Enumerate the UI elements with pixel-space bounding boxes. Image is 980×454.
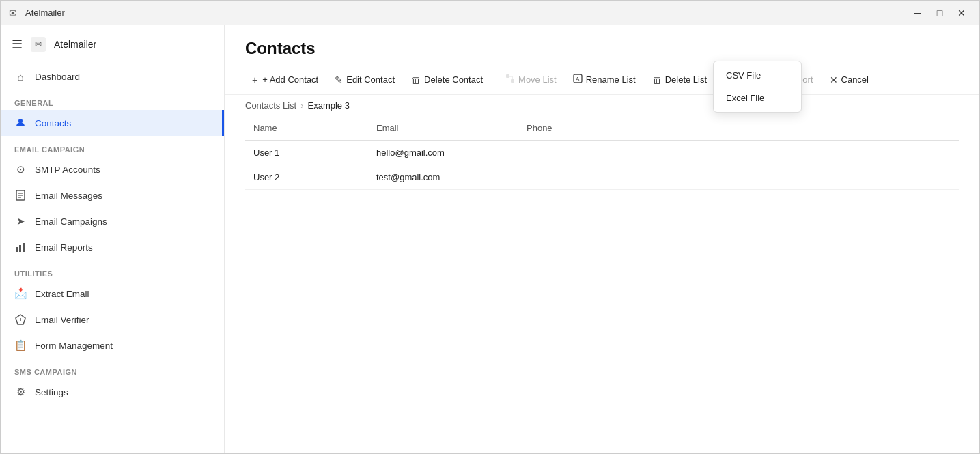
maximize-button[interactable]: □: [930, 3, 949, 23]
main-header: Contacts: [225, 25, 979, 65]
delete-list-icon: 🗑: [652, 74, 662, 85]
cell-name-1: User 2: [245, 165, 368, 190]
sidebar-item-settings[interactable]: ⚙ Settings: [1, 379, 224, 405]
sidebar-item-smtp-accounts[interactable]: ⊙ SMTP Accounts: [1, 156, 224, 182]
sidebar: ☰ ✉ Atelmailer ⌂ Dashboard General Conta…: [1, 25, 225, 453]
svg-text:A: A: [576, 76, 580, 82]
sidebar-menu-button[interactable]: ☰: [12, 37, 23, 52]
contacts-table-container: Name Email Phone User 1 hello@gmail.com …: [225, 116, 979, 453]
cancel-label: Cancel: [841, 74, 869, 85]
page-title: Contacts: [245, 39, 959, 58]
section-label-sms-campaign: SMS Campaign: [1, 358, 224, 379]
import-excel-item[interactable]: Excel File: [714, 87, 801, 109]
sidebar-item-contacts[interactable]: Contacts: [1, 110, 224, 136]
sidebar-item-extract-email[interactable]: 📩 Extract Email: [1, 281, 224, 307]
breadcrumb-current: Example 3: [308, 100, 350, 111]
close-button[interactable]: ✕: [952, 3, 971, 23]
cell-extra-1: [600, 165, 959, 190]
svg-rect-7: [23, 243, 25, 252]
extract-icon: 📩: [14, 287, 27, 300]
cell-name-0: User 1: [245, 141, 368, 165]
toolbar-sep-1: [494, 73, 494, 87]
sidebar-label-email-messages: Email Messages: [35, 190, 102, 201]
move-list-icon: [505, 74, 515, 85]
sidebar-label-verifier: Email Verifier: [35, 315, 89, 325]
sidebar-label-contacts: Contacts: [35, 118, 71, 128]
sidebar-label-email-campaigns: Email Campaigns: [35, 216, 107, 227]
sidebar-item-email-campaigns[interactable]: ➤ Email Campaigns: [1, 208, 224, 234]
main-content: Contacts + + Add Contact ✎ Edit Contact …: [225, 25, 979, 453]
add-icon: +: [252, 74, 257, 85]
cancel-button[interactable]: ✕ Cancel: [823, 71, 876, 89]
toolbar: + + Add Contact ✎ Edit Contact 🗑 Delete …: [225, 65, 979, 95]
cell-phone-0: [518, 141, 600, 165]
rename-list-button[interactable]: A Rename List: [566, 70, 643, 89]
rename-icon: A: [573, 74, 583, 85]
cell-email-0: hello@gmail.com: [368, 141, 518, 165]
cell-email-1: test@gmail.com: [368, 165, 518, 190]
window-controls: ─ □ ✕: [908, 3, 971, 23]
cancel-icon: ✕: [830, 74, 838, 85]
section-label-general: General: [1, 89, 224, 110]
sidebar-item-form-management[interactable]: 📋 Form Management: [1, 332, 224, 358]
col-header-phone: Phone: [518, 116, 600, 141]
section-label-utilities: Utilities: [1, 260, 224, 281]
sidebar-header: ☰ ✉ Atelmailer: [1, 25, 224, 63]
sidebar-label-smtp: SMTP Accounts: [35, 165, 100, 175]
title-bar: ✉ Atelmailer ─ □ ✕: [1, 1, 979, 25]
delete-list-button[interactable]: 🗑 Delete List: [645, 71, 714, 89]
sidebar-item-email-messages[interactable]: Email Messages: [1, 182, 224, 208]
section-label-email-campaign: Email Campaign: [1, 136, 224, 156]
edit-contact-button[interactable]: ✎ Edit Contact: [328, 71, 402, 89]
import-csv-item[interactable]: CSV File: [714, 64, 801, 87]
col-header-name: Name: [245, 116, 368, 141]
add-contact-button[interactable]: + + Add Contact: [245, 71, 325, 89]
col-header-email: Email: [368, 116, 518, 141]
rename-list-label: Rename List: [586, 74, 636, 85]
excel-file-label: Excel File: [726, 93, 764, 103]
reports-icon: [14, 241, 27, 253]
sidebar-app-name: Atelmailer: [54, 39, 96, 50]
minimize-button[interactable]: ─: [908, 3, 927, 23]
table-row[interactable]: User 1 hello@gmail.com: [245, 141, 959, 165]
contacts-table: Name Email Phone User 1 hello@gmail.com …: [245, 116, 959, 190]
app-title: Atelmailer: [25, 8, 908, 18]
svg-rect-6: [19, 245, 21, 252]
sidebar-item-email-reports[interactable]: Email Reports: [1, 234, 224, 260]
form-icon: 📋: [14, 339, 27, 352]
delete-contact-icon: 🗑: [411, 74, 421, 85]
settings-icon: ⚙: [14, 386, 27, 398]
edit-icon: ✎: [335, 74, 343, 85]
delete-contact-label: Delete Contact: [424, 74, 483, 85]
edit-contact-label: Edit Contact: [346, 74, 395, 85]
verifier-icon: [14, 313, 27, 326]
smtp-icon: ⊙: [14, 163, 27, 175]
cell-extra-0: [600, 141, 959, 165]
table-row[interactable]: User 2 test@gmail.com: [245, 165, 959, 190]
table-header-row: Name Email Phone: [245, 116, 959, 141]
messages-icon: [14, 189, 27, 201]
sidebar-app-icon: ✉: [31, 37, 46, 52]
sidebar-label-dashboard: Dashboard: [35, 72, 80, 82]
delete-list-label: Delete List: [665, 74, 707, 85]
sidebar-label-extract: Extract Email: [35, 289, 89, 299]
svg-rect-9: [506, 74, 509, 78]
csv-file-label: CSV File: [726, 70, 761, 81]
delete-contact-button[interactable]: 🗑 Delete Contact: [404, 71, 490, 89]
app-window: ✉ Atelmailer ─ □ ✕ ☰ ✉ Atelmailer ⌂ Dash…: [0, 0, 980, 454]
sidebar-label-form: Form Management: [35, 341, 113, 351]
move-list-button[interactable]: Move List: [499, 70, 563, 89]
svg-rect-10: [511, 79, 514, 83]
sidebar-label-settings: Settings: [35, 387, 68, 397]
breadcrumb-separator: ›: [300, 100, 303, 111]
breadcrumb: Contacts List › Example 3: [225, 95, 979, 116]
sidebar-item-dashboard[interactable]: ⌂ Dashboard: [1, 63, 224, 89]
import-dropdown: CSV File Excel File: [713, 61, 802, 113]
contacts-icon: [14, 117, 27, 129]
campaigns-icon: ➤: [14, 215, 27, 227]
col-header-extra: [600, 116, 959, 141]
breadcrumb-parent[interactable]: Contacts List: [245, 100, 296, 111]
app-body: ☰ ✉ Atelmailer ⌂ Dashboard General Conta…: [1, 25, 979, 453]
svg-rect-5: [16, 247, 18, 252]
sidebar-item-email-verifier[interactable]: Email Verifier: [1, 307, 224, 332]
